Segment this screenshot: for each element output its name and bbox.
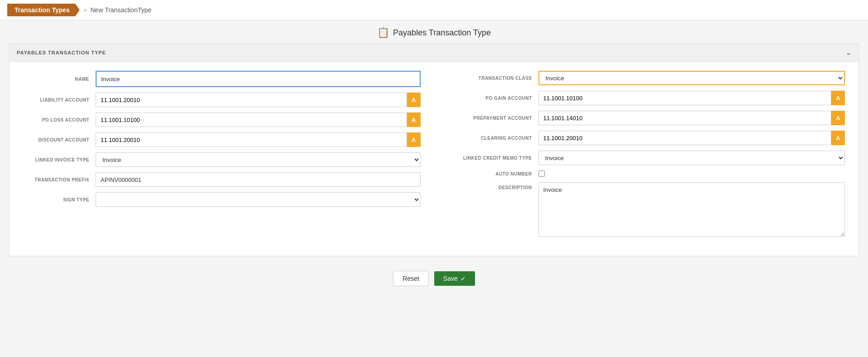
po-gain-account-label: PO GAIN ACCOUNT xyxy=(448,96,538,101)
breadcrumb-separator: > xyxy=(83,7,87,14)
card-header-title: PAYABLES TRANSACTION TYPE xyxy=(17,50,106,55)
right-column: TRANSACTION CLASS Invoice PO GAIN ACCOUN… xyxy=(448,71,845,242)
prepayment-account-button[interactable]: A xyxy=(831,111,845,125)
page-title: Payables Transaction Type xyxy=(393,28,491,38)
linked-invoice-type-select[interactable]: Invoice xyxy=(96,152,421,167)
transaction-class-select[interactable]: Invoice xyxy=(538,71,845,85)
clearing-account-row: CLEARING ACCOUNT A xyxy=(448,131,845,145)
card-header: PAYABLES TRANSACTION TYPE ⌄ xyxy=(10,44,858,62)
transaction-class-row: TRANSACTION CLASS Invoice xyxy=(448,71,845,85)
auto-number-label: AUTO NUMBER xyxy=(448,171,538,176)
transaction-class-label: TRANSACTION CLASS xyxy=(448,76,538,81)
po-gain-account-group: A xyxy=(538,91,845,105)
po-loss-account-input[interactable] xyxy=(96,112,407,127)
po-gain-account-row: PO GAIN ACCOUNT A xyxy=(448,91,845,105)
save-check-icon: ✓ xyxy=(461,275,466,282)
liability-account-row: LIABILITY ACCOUNT A xyxy=(23,93,421,107)
description-row: DESCRIPTION Invoice xyxy=(448,182,845,237)
po-loss-account-button[interactable]: A xyxy=(407,112,421,127)
linked-invoice-type-row: LINKED INVOICE TYPE Invoice xyxy=(23,152,421,167)
discount-account-row: DISCOUNT ACCOUNT A xyxy=(23,132,421,147)
po-loss-account-label: PO LOSS ACCOUNT xyxy=(23,117,96,122)
po-gain-account-input[interactable] xyxy=(538,91,832,105)
sign-type-label: SIGN TYPE xyxy=(23,197,96,202)
name-label: NAME xyxy=(23,77,96,82)
page-title-icon: 📋 xyxy=(377,27,389,39)
discount-account-group: A xyxy=(96,132,421,147)
auto-number-checkbox-container xyxy=(538,171,545,177)
linked-credit-memo-type-label: LINKED CREDIT MEMO TYPE xyxy=(448,156,538,161)
linked-credit-memo-type-select[interactable]: Invoice xyxy=(538,151,845,165)
clearing-account-button[interactable]: A xyxy=(831,131,845,145)
save-label: Save xyxy=(443,275,458,282)
liability-account-input[interactable] xyxy=(96,93,407,107)
transaction-prefix-row: TRANSACTION PREFIX xyxy=(23,172,421,187)
name-row: NAME xyxy=(23,71,421,87)
main-card: PAYABLES TRANSACTION TYPE ⌄ NAME LIABILI… xyxy=(9,43,859,256)
auto-number-row: AUTO NUMBER xyxy=(448,171,845,177)
breadcrumb: Transaction Types > New TransactionType xyxy=(0,0,868,20)
transaction-prefix-label: TRANSACTION PREFIX xyxy=(23,177,96,182)
prepayment-account-label: PREPAYMENT ACCOUNT xyxy=(448,116,538,121)
chevron-down-icon[interactable]: ⌄ xyxy=(845,48,851,57)
prepayment-account-row: PREPAYMENT ACCOUNT A xyxy=(448,111,845,125)
liability-account-button[interactable]: A xyxy=(407,93,421,107)
po-loss-account-group: A xyxy=(96,112,421,127)
linked-credit-memo-type-row: LINKED CREDIT MEMO TYPE Invoice xyxy=(448,151,845,165)
sign-type-select[interactable] xyxy=(96,192,421,207)
reset-button[interactable]: Reset xyxy=(393,271,429,286)
description-label: DESCRIPTION xyxy=(448,182,538,190)
name-input[interactable] xyxy=(96,71,421,87)
breadcrumb-transaction-types[interactable]: Transaction Types xyxy=(7,4,80,16)
sign-type-row: SIGN TYPE xyxy=(23,192,421,207)
breadcrumb-current: New TransactionType xyxy=(91,6,152,14)
description-textarea[interactable]: Invoice xyxy=(538,182,845,237)
card-body: NAME LIABILITY ACCOUNT A PO LOSS ACCOUNT xyxy=(10,62,858,256)
clearing-account-input[interactable] xyxy=(538,131,832,145)
footer-actions: Reset Save ✓ xyxy=(0,264,868,295)
liability-account-group: A xyxy=(96,93,421,107)
discount-account-label: DISCOUNT ACCOUNT xyxy=(23,137,96,142)
discount-account-input[interactable] xyxy=(96,132,407,147)
transaction-prefix-input[interactable] xyxy=(96,172,421,187)
linked-invoice-type-label: LINKED INVOICE TYPE xyxy=(23,157,96,162)
auto-number-checkbox[interactable] xyxy=(538,171,545,177)
save-button[interactable]: Save ✓ xyxy=(434,271,475,286)
left-column: NAME LIABILITY ACCOUNT A PO LOSS ACCOUNT xyxy=(23,71,421,242)
form-columns: NAME LIABILITY ACCOUNT A PO LOSS ACCOUNT xyxy=(23,71,845,242)
po-gain-account-button[interactable]: A xyxy=(831,91,845,105)
prepayment-account-group: A xyxy=(538,111,845,125)
clearing-account-label: CLEARING ACCOUNT xyxy=(448,136,538,141)
discount-account-button[interactable]: A xyxy=(407,132,421,147)
clearing-account-group: A xyxy=(538,131,845,145)
prepayment-account-input[interactable] xyxy=(538,111,832,125)
po-loss-account-row: PO LOSS ACCOUNT A xyxy=(23,112,421,127)
page-title-area: 📋 Payables Transaction Type xyxy=(0,20,868,43)
liability-account-label: LIABILITY ACCOUNT xyxy=(23,98,96,103)
